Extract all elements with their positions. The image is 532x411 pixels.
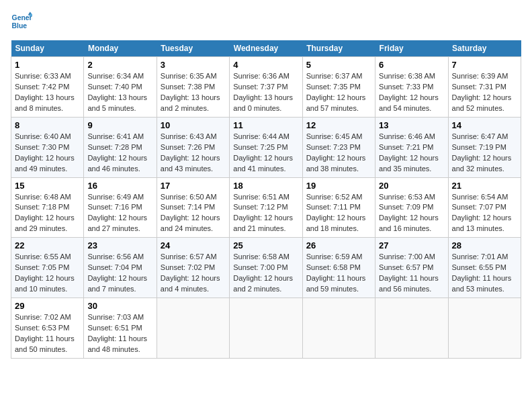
day-info: Sunrise: 6:59 AM Sunset: 6:58 PM Dayligh… [306, 252, 371, 295]
day-cell: 20 Sunrise: 6:53 AM Sunset: 7:09 PM Dayl… [375, 177, 448, 238]
logo: General Blue [11, 11, 32, 32]
week-row-1: 1 Sunrise: 6:33 AM Sunset: 7:42 PM Dayli… [11, 57, 521, 118]
day-cell [302, 298, 375, 359]
day-info: Sunrise: 6:53 AM Sunset: 7:09 PM Dayligh… [379, 192, 444, 235]
day-number: 21 [452, 181, 517, 191]
day-cell: 14 Sunrise: 6:47 AM Sunset: 7:19 PM Dayl… [448, 117, 521, 177]
week-row-5: 29 Sunrise: 7:02 AM Sunset: 6:53 PM Dayl… [11, 298, 521, 359]
day-number: 19 [306, 181, 371, 191]
col-header-thursday: Thursday [302, 40, 375, 57]
day-cell: 6 Sunrise: 6:38 AM Sunset: 7:33 PM Dayli… [375, 57, 448, 118]
day-cell: 8 Sunrise: 6:40 AM Sunset: 7:30 PM Dayli… [11, 117, 84, 177]
day-cell: 13 Sunrise: 6:46 AM Sunset: 7:21 PM Dayl… [375, 117, 448, 177]
day-cell: 25 Sunrise: 6:58 AM Sunset: 7:00 PM Dayl… [230, 238, 302, 298]
logo-icon: General Blue [11, 11, 32, 32]
day-info: Sunrise: 6:49 AM Sunset: 7:16 PM Dayligh… [87, 192, 152, 235]
day-cell: 12 Sunrise: 6:45 AM Sunset: 7:23 PM Dayl… [302, 117, 375, 177]
day-info: Sunrise: 6:38 AM Sunset: 7:33 PM Dayligh… [379, 71, 444, 114]
day-cell: 16 Sunrise: 6:49 AM Sunset: 7:16 PM Dayl… [84, 177, 157, 238]
day-info: Sunrise: 7:02 AM Sunset: 6:53 PM Dayligh… [15, 312, 80, 355]
day-number: 16 [87, 181, 152, 191]
day-info: Sunrise: 6:47 AM Sunset: 7:19 PM Dayligh… [452, 132, 517, 175]
col-header-wednesday: Wednesday [230, 40, 302, 57]
svg-text:General: General [12, 14, 32, 21]
day-number: 18 [233, 181, 298, 191]
day-number: 24 [161, 240, 226, 250]
day-info: Sunrise: 6:37 AM Sunset: 7:35 PM Dayligh… [306, 71, 371, 114]
day-number: 25 [233, 240, 298, 250]
day-cell: 10 Sunrise: 6:43 AM Sunset: 7:26 PM Dayl… [157, 117, 229, 177]
day-number: 2 [87, 60, 152, 70]
day-number: 30 [87, 301, 152, 311]
col-header-saturday: Saturday [448, 40, 521, 57]
day-number: 1 [15, 60, 80, 70]
page-header: General Blue [11, 11, 521, 32]
day-cell: 9 Sunrise: 6:41 AM Sunset: 7:28 PM Dayli… [84, 117, 157, 177]
day-number: 8 [15, 120, 80, 130]
day-cell: 2 Sunrise: 6:34 AM Sunset: 7:40 PM Dayli… [84, 57, 157, 118]
header-row: SundayMondayTuesdayWednesdayThursdayFrid… [11, 40, 521, 57]
day-cell: 15 Sunrise: 6:48 AM Sunset: 7:18 PM Dayl… [11, 177, 84, 238]
day-number: 27 [379, 240, 444, 250]
day-info: Sunrise: 6:44 AM Sunset: 7:25 PM Dayligh… [233, 132, 298, 175]
day-info: Sunrise: 6:40 AM Sunset: 7:30 PM Dayligh… [15, 132, 80, 175]
day-info: Sunrise: 6:55 AM Sunset: 7:05 PM Dayligh… [15, 252, 80, 295]
day-number: 28 [452, 240, 517, 250]
day-info: Sunrise: 6:58 AM Sunset: 7:00 PM Dayligh… [233, 252, 298, 295]
day-cell: 5 Sunrise: 6:37 AM Sunset: 7:35 PM Dayli… [302, 57, 375, 118]
day-info: Sunrise: 7:00 AM Sunset: 6:57 PM Dayligh… [379, 252, 444, 295]
week-row-3: 15 Sunrise: 6:48 AM Sunset: 7:18 PM Dayl… [11, 177, 521, 238]
day-number: 3 [161, 60, 226, 70]
day-info: Sunrise: 6:43 AM Sunset: 7:26 PM Dayligh… [161, 132, 226, 175]
calendar-table: SundayMondayTuesdayWednesdayThursdayFrid… [11, 40, 521, 359]
day-info: Sunrise: 6:39 AM Sunset: 7:31 PM Dayligh… [452, 71, 517, 114]
day-number: 5 [306, 60, 371, 70]
day-number: 26 [306, 240, 371, 250]
day-info: Sunrise: 6:34 AM Sunset: 7:40 PM Dayligh… [87, 71, 152, 114]
day-cell: 29 Sunrise: 7:02 AM Sunset: 6:53 PM Dayl… [11, 298, 84, 359]
day-number: 15 [15, 181, 80, 191]
day-cell: 7 Sunrise: 6:39 AM Sunset: 7:31 PM Dayli… [448, 57, 521, 118]
day-number: 20 [379, 181, 444, 191]
day-cell: 18 Sunrise: 6:51 AM Sunset: 7:12 PM Dayl… [230, 177, 302, 238]
day-number: 17 [161, 181, 226, 191]
day-cell: 26 Sunrise: 6:59 AM Sunset: 6:58 PM Dayl… [302, 238, 375, 298]
day-cell [157, 298, 229, 359]
day-cell: 3 Sunrise: 6:35 AM Sunset: 7:38 PM Dayli… [157, 57, 229, 118]
day-info: Sunrise: 6:50 AM Sunset: 7:14 PM Dayligh… [161, 192, 226, 235]
day-number: 7 [452, 60, 517, 70]
day-info: Sunrise: 6:57 AM Sunset: 7:02 PM Dayligh… [161, 252, 226, 295]
day-cell: 23 Sunrise: 6:56 AM Sunset: 7:04 PM Dayl… [84, 238, 157, 298]
day-info: Sunrise: 6:33 AM Sunset: 7:42 PM Dayligh… [15, 71, 80, 114]
day-cell [375, 298, 448, 359]
day-cell: 28 Sunrise: 7:01 AM Sunset: 6:55 PM Dayl… [448, 238, 521, 298]
col-header-tuesday: Tuesday [157, 40, 229, 57]
svg-text:Blue: Blue [12, 22, 28, 30]
day-info: Sunrise: 6:36 AM Sunset: 7:37 PM Dayligh… [233, 71, 298, 114]
day-cell: 27 Sunrise: 7:00 AM Sunset: 6:57 PM Dayl… [375, 238, 448, 298]
day-number: 10 [161, 120, 226, 130]
day-cell: 24 Sunrise: 6:57 AM Sunset: 7:02 PM Dayl… [157, 238, 229, 298]
day-cell [448, 298, 521, 359]
day-number: 11 [233, 120, 298, 130]
day-number: 23 [87, 240, 152, 250]
day-number: 14 [452, 120, 517, 130]
week-row-2: 8 Sunrise: 6:40 AM Sunset: 7:30 PM Dayli… [11, 117, 521, 177]
day-cell: 19 Sunrise: 6:52 AM Sunset: 7:11 PM Dayl… [302, 177, 375, 238]
day-info: Sunrise: 6:45 AM Sunset: 7:23 PM Dayligh… [306, 132, 371, 175]
day-cell: 11 Sunrise: 6:44 AM Sunset: 7:25 PM Dayl… [230, 117, 302, 177]
day-info: Sunrise: 7:01 AM Sunset: 6:55 PM Dayligh… [452, 252, 517, 295]
day-info: Sunrise: 6:41 AM Sunset: 7:28 PM Dayligh… [87, 132, 152, 175]
day-info: Sunrise: 6:46 AM Sunset: 7:21 PM Dayligh… [379, 132, 444, 175]
day-info: Sunrise: 6:35 AM Sunset: 7:38 PM Dayligh… [161, 71, 226, 114]
day-cell: 4 Sunrise: 6:36 AM Sunset: 7:37 PM Dayli… [230, 57, 302, 118]
col-header-sunday: Sunday [11, 40, 84, 57]
day-info: Sunrise: 6:54 AM Sunset: 7:07 PM Dayligh… [452, 192, 517, 235]
day-cell: 22 Sunrise: 6:55 AM Sunset: 7:05 PM Dayl… [11, 238, 84, 298]
day-cell: 30 Sunrise: 7:03 AM Sunset: 6:51 PM Dayl… [84, 298, 157, 359]
day-info: Sunrise: 6:51 AM Sunset: 7:12 PM Dayligh… [233, 192, 298, 235]
day-cell: 1 Sunrise: 6:33 AM Sunset: 7:42 PM Dayli… [11, 57, 84, 118]
day-info: Sunrise: 6:48 AM Sunset: 7:18 PM Dayligh… [15, 192, 80, 235]
day-number: 13 [379, 120, 444, 130]
day-number: 12 [306, 120, 371, 130]
